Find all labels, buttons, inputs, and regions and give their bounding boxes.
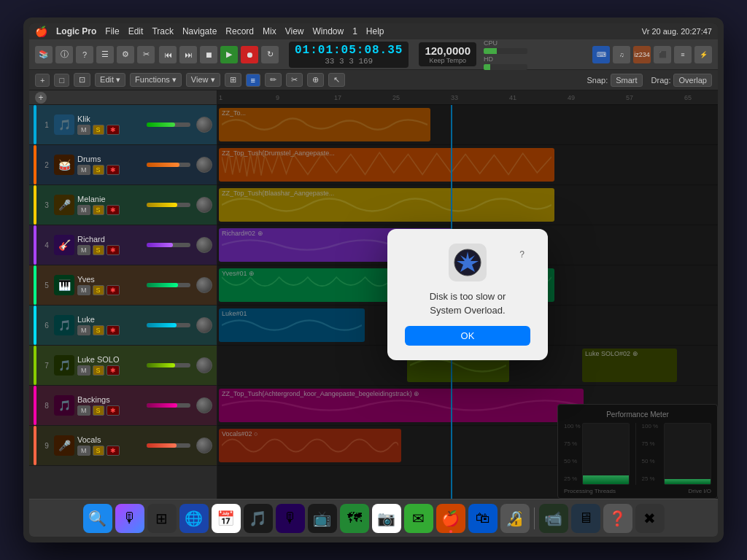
info-btn[interactable]: ⓘ [55,46,73,63]
vol-knob-luke[interactable] [196,317,212,333]
record-yves[interactable]: ✱ [107,285,120,295]
record-drums[interactable]: ✱ [107,165,120,175]
menu-1[interactable]: 1 [352,26,357,36]
dock-calendar[interactable]: 📅 [212,504,241,533]
edit-menu-btn[interactable]: Edit ▾ [95,73,125,87]
record-richard[interactable]: ✱ [107,245,120,255]
plug-btn[interactable]: ⚡ [694,46,712,63]
solo-luke[interactable]: S [93,325,104,335]
dock-apple-tv[interactable]: 📺 [308,504,337,533]
functions-menu-btn[interactable]: Functions ▾ [130,73,182,87]
dock-network[interactable]: 🖥 [571,504,600,533]
drag-value[interactable]: Overlap [673,74,712,87]
menu-help[interactable]: Help [366,26,384,36]
track-item-backings[interactable]: 8 🎵 Backings M S ✱ [29,386,217,426]
marquee-btn[interactable]: ⊕ [307,73,324,87]
edit-mode-btn[interactable]: ✂ [137,46,155,63]
mute-backings[interactable]: M [77,405,90,416]
track-item-yves[interactable]: 5 🎹 Yves M S ✱ [29,265,217,306]
vol-knob-drums[interactable] [196,157,212,173]
menu-view[interactable]: View [285,26,304,36]
track-item-klik[interactable]: 1 🎵 Klik M S ✱ [29,105,217,145]
fader-luke-solo[interactable] [147,363,190,368]
pencil-btn[interactable]: ✏ [265,73,282,87]
dock-notchpay[interactable]: 🍎 [436,504,465,533]
solo-richard[interactable]: S [93,245,104,255]
menu-file[interactable]: File [105,26,119,36]
cycle-btn[interactable]: ↻ [261,46,279,63]
mute-luke-solo[interactable]: M [77,365,90,376]
record-btn[interactable]: ⏺ [241,46,258,63]
fader-backings[interactable] [147,403,190,408]
app-name[interactable]: Logic Pro [56,26,96,36]
apple-logo[interactable]: 🍎 [35,26,47,37]
fader-klik[interactable] [147,122,190,127]
rewind-btn[interactable]: ⏮ [159,46,177,63]
list-btn[interactable]: ☰ [96,46,114,63]
list-view-btn[interactable]: ≡ [674,46,692,63]
mixer-btn[interactable]: iz234 [633,46,651,63]
add-track-btn[interactable]: + [35,74,50,87]
fader-richard[interactable] [147,243,190,247]
fader-melanie[interactable] [147,203,190,207]
dock-podcasts[interactable]: 🎙 [276,504,305,533]
fader-vocals[interactable] [147,443,190,448]
vol-knob-vocals[interactable] [196,438,212,454]
dialog-ok-button[interactable]: OK [405,326,530,346]
vol-knob-richard[interactable] [196,237,212,253]
solo-luke-solo[interactable]: S [93,365,104,376]
dock-messages[interactable]: ✉ [404,504,433,533]
menu-record[interactable]: Record [225,26,254,36]
view-menu-btn[interactable]: View ▾ [186,73,220,87]
track-item-richard[interactable]: 4 🎸 Richard M S ✱ [29,225,217,265]
fader-luke[interactable] [147,323,190,327]
grid-btn[interactable]: ⊞ [225,73,241,87]
dock-security[interactable]: 🔏 [500,504,530,533]
record-luke[interactable]: ✱ [107,325,120,335]
menu-mix[interactable]: Mix [263,26,276,36]
mute-drums[interactable]: M [77,165,90,175]
dock-facetime[interactable]: 📹 [539,504,568,533]
solo-klik[interactable]: S [93,125,104,135]
capture-btn[interactable]: ⊡ [74,73,90,87]
mute-yves[interactable]: M [77,285,90,295]
mute-melanie[interactable]: M [77,205,90,215]
vol-knob-luke-solo[interactable] [196,357,212,373]
key-btn[interactable]: ⌨ [592,46,610,63]
group-btn[interactable]: □ [54,74,69,87]
score-btn[interactable]: ♫ [613,46,630,63]
track-item-luke[interactable]: 6 🎵 Luke M S ✱ [29,306,217,346]
dock-help[interactable]: ❓ [603,504,632,533]
dock-finder[interactable]: 🔍 [83,504,112,533]
mute-luke[interactable]: M [77,325,90,335]
dock-close[interactable]: ✖ [635,504,665,533]
track-item-drums[interactable]: 2 🥁 Drums M S ✱ [29,145,217,185]
add-track-plus[interactable]: + [35,92,47,104]
record-vocals[interactable]: ✱ [107,446,120,456]
stop-btn[interactable]: ⏹ [200,46,217,63]
vol-knob-melanie[interactable] [196,197,212,213]
settings-btn[interactable]: ⚙ [117,46,134,63]
dialog-help-btn[interactable]: ? [519,249,525,260]
fast-forward-btn[interactable]: ⏭ [179,46,197,63]
pointer-btn[interactable]: ↖ [328,73,345,87]
mute-klik[interactable]: M [77,125,90,135]
solo-backings[interactable]: S [93,405,104,416]
dock-maps[interactable]: 🗺 [340,504,369,533]
record-klik[interactable]: ✱ [107,125,120,135]
dock-photos[interactable]: 📷 [372,504,401,533]
vol-knob-yves[interactable] [196,277,212,293]
snap-value[interactable]: Smart [611,74,642,87]
menu-track[interactable]: Track [152,26,174,36]
record-luke-solo[interactable]: ✱ [107,365,120,376]
library-btn[interactable]: 📚 [35,46,53,63]
solo-vocals[interactable]: S [93,446,104,456]
solo-yves[interactable]: S [93,285,104,295]
dock-safari[interactable]: 🌐 [179,504,209,533]
help-btn[interactable]: ? [76,46,93,63]
mute-vocals[interactable]: M [77,446,90,456]
tempo-value[interactable]: 120,0000 [425,44,471,57]
track-item-luke-solo[interactable]: 7 🎵 Luke SOLO M S ✱ [29,346,217,386]
vol-knob-klik[interactable] [196,117,212,133]
arrange-area[interactable]: 1 9 17 25 33 41 49 57 65 ZZ_To... [217,90,718,499]
